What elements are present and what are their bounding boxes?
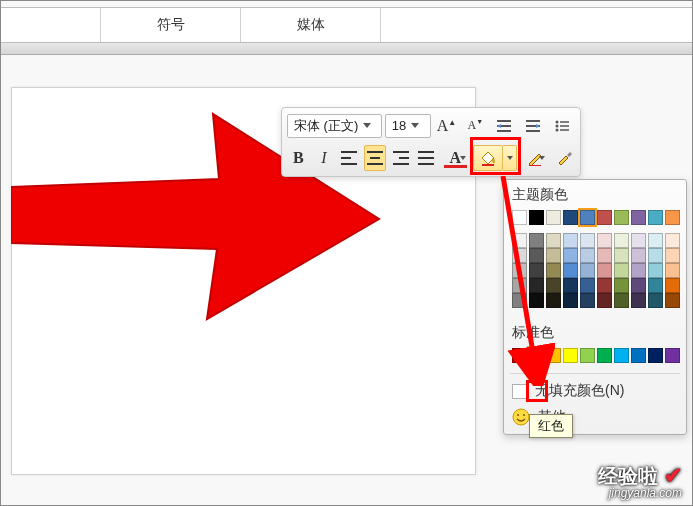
ribbon-tab-partial[interactable] [0, 8, 101, 42]
ribbon-tab-media[interactable]: 媒体 [241, 8, 381, 42]
align-justify-icon [418, 151, 434, 165]
bullets-button[interactable] [549, 113, 575, 139]
font-size-combo[interactable]: 18 [385, 114, 431, 138]
color-swatch[interactable] [563, 293, 578, 308]
color-swatch[interactable] [665, 233, 680, 248]
italic-button[interactable]: I [313, 145, 336, 171]
color-swatch[interactable] [597, 248, 612, 263]
color-swatch[interactable] [580, 210, 595, 225]
font-name-combo[interactable]: 宋体 (正文) [287, 114, 382, 138]
color-swatch[interactable] [529, 210, 544, 225]
color-swatch[interactable] [665, 263, 680, 278]
chevron-down-icon [507, 156, 513, 160]
color-swatch[interactable] [631, 263, 646, 278]
shrink-font-icon: A▼ [468, 118, 484, 133]
grow-font-button[interactable]: A▲ [434, 113, 460, 139]
color-swatch[interactable] [563, 210, 578, 225]
color-swatch[interactable] [563, 278, 578, 293]
color-swatch[interactable] [580, 248, 595, 263]
color-swatch[interactable] [580, 293, 595, 308]
color-swatch[interactable] [529, 293, 544, 308]
color-swatch[interactable] [665, 293, 680, 308]
color-swatch[interactable] [597, 233, 612, 248]
color-swatch[interactable] [580, 278, 595, 293]
color-swatch[interactable] [631, 248, 646, 263]
color-swatch[interactable] [614, 293, 629, 308]
color-swatch[interactable] [631, 233, 646, 248]
color-swatch[interactable] [529, 233, 544, 248]
color-swatch[interactable] [614, 278, 629, 293]
color-swatch[interactable] [512, 293, 527, 308]
svg-point-6 [513, 409, 529, 425]
theme-colors-title: 主题颜色 [504, 180, 686, 208]
color-swatch[interactable] [631, 210, 646, 225]
color-swatch[interactable] [614, 210, 629, 225]
color-swatch[interactable] [665, 278, 680, 293]
color-swatch[interactable] [597, 348, 612, 363]
highlight-button[interactable] [473, 145, 503, 171]
color-swatch[interactable] [563, 248, 578, 263]
align-right-button[interactable] [389, 145, 412, 171]
color-swatch[interactable] [546, 210, 561, 225]
color-swatch[interactable] [563, 233, 578, 248]
color-swatch[interactable] [512, 248, 527, 263]
color-swatch[interactable] [614, 263, 629, 278]
bold-button[interactable]: B [287, 145, 310, 171]
color-swatch[interactable] [614, 233, 629, 248]
highlight-dropdown-button[interactable] [503, 145, 517, 171]
font-name-value: 宋体 (正文) [294, 117, 358, 135]
color-swatch[interactable] [529, 248, 544, 263]
color-swatch[interactable] [529, 263, 544, 278]
color-swatch[interactable] [665, 210, 680, 225]
format-painter-button[interactable] [552, 145, 575, 171]
color-swatch[interactable] [529, 348, 544, 363]
color-swatch[interactable] [648, 248, 663, 263]
color-swatch[interactable] [546, 278, 561, 293]
color-swatch[interactable] [546, 248, 561, 263]
no-fill-row[interactable]: 无填充颜色(N) [504, 378, 686, 404]
mini-toolbar: 宋体 (正文) 18 A▲ A▼ B I [281, 107, 581, 177]
align-center-button[interactable] [364, 145, 387, 171]
color-swatch[interactable] [597, 263, 612, 278]
color-swatch[interactable] [614, 248, 629, 263]
indent-left-button[interactable] [491, 113, 517, 139]
color-swatch[interactable] [580, 233, 595, 248]
color-swatch[interactable] [512, 263, 527, 278]
color-swatch[interactable] [648, 278, 663, 293]
shape-outline-button[interactable] [520, 145, 549, 171]
color-swatch[interactable] [631, 348, 646, 363]
shrink-font-button[interactable]: A▼ [462, 113, 488, 139]
align-justify-button[interactable] [415, 145, 438, 171]
color-swatch[interactable] [665, 348, 680, 363]
color-swatch[interactable] [631, 293, 646, 308]
color-swatch[interactable] [648, 233, 663, 248]
highlight-split-button[interactable] [473, 145, 517, 171]
color-swatch[interactable] [597, 293, 612, 308]
color-swatch[interactable] [665, 248, 680, 263]
color-swatch[interactable] [563, 263, 578, 278]
color-swatch[interactable] [597, 210, 612, 225]
color-swatch[interactable] [546, 348, 561, 363]
color-swatch[interactable] [546, 233, 561, 248]
indent-right-button[interactable] [520, 113, 546, 139]
color-swatch[interactable] [512, 278, 527, 293]
color-swatch[interactable] [512, 348, 527, 363]
color-swatch[interactable] [648, 210, 663, 225]
color-swatch[interactable] [546, 263, 561, 278]
color-swatch[interactable] [648, 263, 663, 278]
ribbon-tab-symbols[interactable]: 符号 [101, 8, 241, 42]
color-swatch[interactable] [580, 263, 595, 278]
color-swatch[interactable] [512, 210, 527, 225]
color-swatch[interactable] [546, 293, 561, 308]
color-swatch[interactable] [597, 278, 612, 293]
align-left-button[interactable] [338, 145, 361, 171]
color-swatch[interactable] [648, 293, 663, 308]
color-swatch[interactable] [631, 278, 646, 293]
color-swatch[interactable] [512, 233, 527, 248]
color-swatch[interactable] [580, 348, 595, 363]
color-swatch[interactable] [529, 278, 544, 293]
color-swatch[interactable] [648, 348, 663, 363]
font-color-button[interactable]: A [441, 145, 470, 171]
color-swatch[interactable] [563, 348, 578, 363]
color-swatch[interactable] [614, 348, 629, 363]
